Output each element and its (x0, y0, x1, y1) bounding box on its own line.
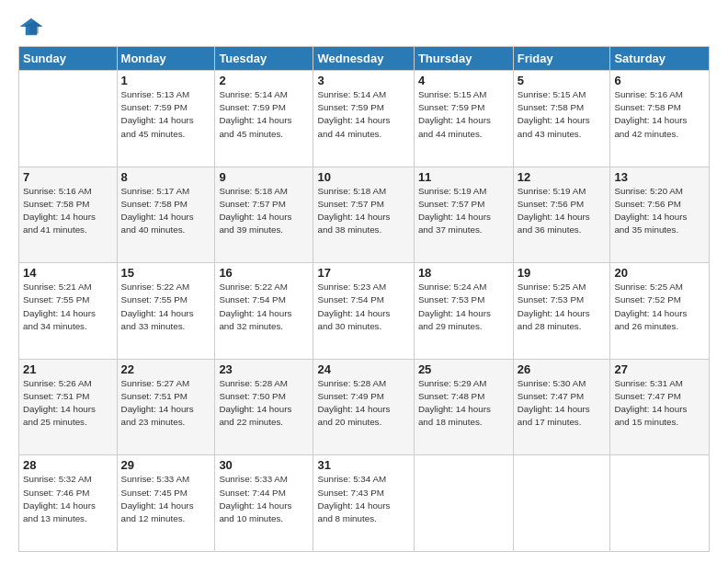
day-number: 7 (23, 170, 113, 184)
day-info: Sunrise: 5:19 AM Sunset: 7:57 PM Dayligh… (418, 185, 509, 237)
day-number: 14 (23, 266, 113, 280)
day-cell: 29Sunrise: 5:33 AM Sunset: 7:45 PM Dayli… (117, 455, 215, 552)
day-number: 16 (219, 266, 309, 280)
day-number: 4 (418, 74, 509, 87)
page: SundayMondayTuesdayWednesdayThursdayFrid… (0, 0, 728, 563)
day-info: Sunrise: 5:32 AM Sunset: 7:46 PM Dayligh… (23, 473, 113, 525)
day-info: Sunrise: 5:14 AM Sunset: 7:59 PM Dayligh… (317, 88, 409, 141)
day-info: Sunrise: 5:27 AM Sunset: 7:51 PM Dayligh… (121, 377, 211, 430)
day-number: 13 (614, 170, 705, 184)
day-cell: 6Sunrise: 5:16 AM Sunset: 7:58 PM Daylig… (610, 71, 710, 167)
day-number: 12 (518, 170, 607, 184)
day-number: 17 (317, 266, 409, 280)
weekday-monday: Monday (117, 47, 215, 71)
day-number: 10 (317, 170, 409, 184)
day-number: 11 (418, 170, 509, 184)
day-cell: 17Sunrise: 5:23 AM Sunset: 7:54 PM Dayli… (313, 263, 414, 360)
day-number: 21 (23, 362, 113, 376)
day-cell: 10Sunrise: 5:18 AM Sunset: 7:57 PM Dayli… (313, 167, 414, 263)
day-number: 29 (121, 458, 211, 472)
day-cell: 20Sunrise: 5:25 AM Sunset: 7:52 PM Dayli… (610, 263, 710, 360)
weekday-wednesday: Wednesday (313, 47, 414, 71)
day-info: Sunrise: 5:16 AM Sunset: 7:58 PM Dayligh… (23, 185, 113, 237)
day-cell: 19Sunrise: 5:25 AM Sunset: 7:53 PM Dayli… (513, 263, 610, 360)
day-cell (513, 455, 610, 552)
weekday-header-row: SundayMondayTuesdayWednesdayThursdayFrid… (19, 47, 710, 71)
day-info: Sunrise: 5:26 AM Sunset: 7:51 PM Dayligh… (23, 377, 113, 430)
day-number: 22 (121, 362, 211, 376)
day-number: 1 (121, 74, 211, 87)
day-cell (414, 455, 513, 552)
day-info: Sunrise: 5:14 AM Sunset: 7:59 PM Dayligh… (219, 88, 309, 141)
week-row-1: 1Sunrise: 5:13 AM Sunset: 7:59 PM Daylig… (19, 71, 710, 167)
day-cell: 28Sunrise: 5:32 AM Sunset: 7:46 PM Dayli… (19, 455, 118, 552)
weekday-tuesday: Tuesday (215, 47, 313, 71)
day-number: 28 (23, 458, 113, 472)
day-info: Sunrise: 5:33 AM Sunset: 7:44 PM Dayligh… (219, 473, 309, 525)
day-info: Sunrise: 5:22 AM Sunset: 7:55 PM Dayligh… (121, 281, 211, 333)
day-info: Sunrise: 5:30 AM Sunset: 7:47 PM Dayligh… (518, 377, 607, 430)
day-info: Sunrise: 5:25 AM Sunset: 7:52 PM Dayligh… (614, 281, 705, 333)
day-info: Sunrise: 5:25 AM Sunset: 7:53 PM Dayligh… (518, 281, 607, 333)
day-cell: 31Sunrise: 5:34 AM Sunset: 7:43 PM Dayli… (313, 455, 414, 552)
day-number: 27 (614, 362, 705, 376)
day-number: 19 (518, 266, 607, 280)
day-info: Sunrise: 5:19 AM Sunset: 7:56 PM Dayligh… (518, 185, 607, 237)
logo (18, 17, 48, 37)
day-cell: 14Sunrise: 5:21 AM Sunset: 7:55 PM Dayli… (19, 263, 118, 360)
day-info: Sunrise: 5:28 AM Sunset: 7:49 PM Dayligh… (317, 377, 409, 430)
day-cell: 5Sunrise: 5:15 AM Sunset: 7:58 PM Daylig… (513, 71, 610, 167)
day-info: Sunrise: 5:13 AM Sunset: 7:59 PM Dayligh… (121, 88, 211, 141)
day-cell: 8Sunrise: 5:17 AM Sunset: 7:58 PM Daylig… (117, 167, 215, 263)
day-cell: 4Sunrise: 5:15 AM Sunset: 7:59 PM Daylig… (414, 71, 513, 167)
day-cell: 2Sunrise: 5:14 AM Sunset: 7:59 PM Daylig… (215, 71, 313, 167)
weekday-friday: Friday (513, 47, 610, 71)
day-number: 20 (614, 266, 705, 280)
day-info: Sunrise: 5:33 AM Sunset: 7:45 PM Dayligh… (121, 473, 211, 525)
day-info: Sunrise: 5:24 AM Sunset: 7:53 PM Dayligh… (418, 281, 509, 333)
day-info: Sunrise: 5:31 AM Sunset: 7:47 PM Dayligh… (614, 377, 705, 430)
day-cell: 30Sunrise: 5:33 AM Sunset: 7:44 PM Dayli… (215, 455, 313, 552)
day-cell: 1Sunrise: 5:13 AM Sunset: 7:59 PM Daylig… (117, 71, 215, 167)
day-info: Sunrise: 5:15 AM Sunset: 7:58 PM Dayligh… (518, 88, 607, 141)
day-info: Sunrise: 5:22 AM Sunset: 7:54 PM Dayligh… (219, 281, 309, 333)
weekday-sunday: Sunday (19, 47, 118, 71)
day-cell (610, 455, 710, 552)
day-info: Sunrise: 5:15 AM Sunset: 7:59 PM Dayligh… (418, 88, 509, 141)
day-cell: 26Sunrise: 5:30 AM Sunset: 7:47 PM Dayli… (513, 359, 610, 455)
day-number: 3 (317, 74, 409, 87)
day-info: Sunrise: 5:20 AM Sunset: 7:56 PM Dayligh… (614, 185, 705, 237)
day-number: 15 (121, 266, 211, 280)
day-number: 25 (418, 362, 509, 376)
logo-icon (18, 17, 44, 37)
week-row-4: 21Sunrise: 5:26 AM Sunset: 7:51 PM Dayli… (19, 359, 710, 455)
day-cell: 15Sunrise: 5:22 AM Sunset: 7:55 PM Dayli… (117, 263, 215, 360)
weekday-saturday: Saturday (610, 47, 710, 71)
day-number: 31 (317, 458, 409, 472)
day-info: Sunrise: 5:34 AM Sunset: 7:43 PM Dayligh… (317, 473, 409, 525)
day-cell: 7Sunrise: 5:16 AM Sunset: 7:58 PM Daylig… (19, 167, 118, 263)
day-number: 30 (219, 458, 309, 472)
week-row-3: 14Sunrise: 5:21 AM Sunset: 7:55 PM Dayli… (19, 263, 710, 360)
day-info: Sunrise: 5:16 AM Sunset: 7:58 PM Dayligh… (614, 88, 705, 141)
day-number: 26 (518, 362, 607, 376)
day-number: 5 (518, 74, 607, 87)
day-number: 23 (219, 362, 309, 376)
week-row-2: 7Sunrise: 5:16 AM Sunset: 7:58 PM Daylig… (19, 167, 710, 263)
calendar-table: SundayMondayTuesdayWednesdayThursdayFrid… (18, 46, 710, 552)
day-cell: 11Sunrise: 5:19 AM Sunset: 7:57 PM Dayli… (414, 167, 513, 263)
day-cell: 22Sunrise: 5:27 AM Sunset: 7:51 PM Dayli… (117, 359, 215, 455)
day-number: 9 (219, 170, 309, 184)
day-cell: 18Sunrise: 5:24 AM Sunset: 7:53 PM Dayli… (414, 263, 513, 360)
day-info: Sunrise: 5:28 AM Sunset: 7:50 PM Dayligh… (219, 377, 309, 430)
day-info: Sunrise: 5:18 AM Sunset: 7:57 PM Dayligh… (317, 185, 409, 237)
header (18, 17, 710, 37)
day-cell: 24Sunrise: 5:28 AM Sunset: 7:49 PM Dayli… (313, 359, 414, 455)
day-number: 24 (317, 362, 409, 376)
week-row-5: 28Sunrise: 5:32 AM Sunset: 7:46 PM Dayli… (19, 455, 710, 552)
day-info: Sunrise: 5:21 AM Sunset: 7:55 PM Dayligh… (23, 281, 113, 333)
day-cell: 3Sunrise: 5:14 AM Sunset: 7:59 PM Daylig… (313, 71, 414, 167)
day-number: 2 (219, 74, 309, 87)
day-cell: 9Sunrise: 5:18 AM Sunset: 7:57 PM Daylig… (215, 167, 313, 263)
day-cell: 23Sunrise: 5:28 AM Sunset: 7:50 PM Dayli… (215, 359, 313, 455)
